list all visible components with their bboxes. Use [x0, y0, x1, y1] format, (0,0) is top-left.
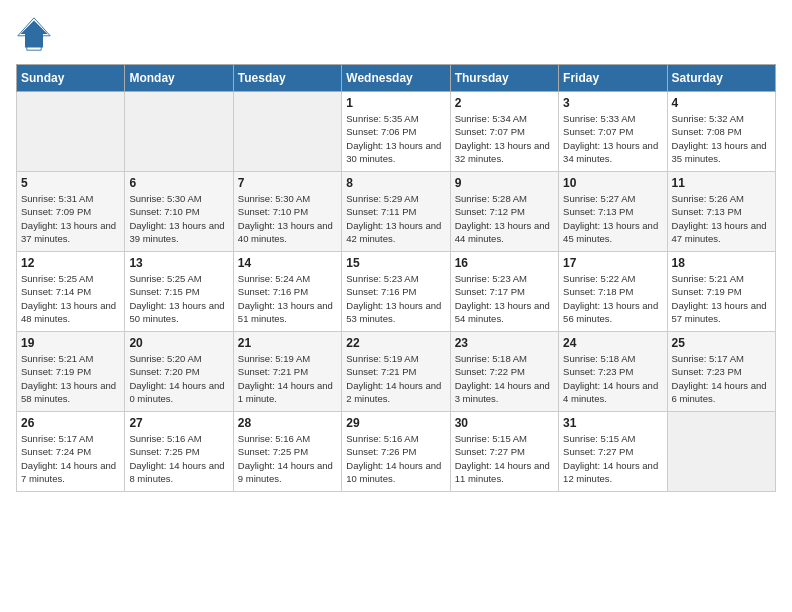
- calendar-cell: 20Sunrise: 5:20 AM Sunset: 7:20 PM Dayli…: [125, 332, 233, 412]
- day-number: 29: [346, 416, 445, 430]
- page-container: SundayMondayTuesdayWednesdayThursdayFrid…: [0, 0, 792, 502]
- calendar-cell: [17, 92, 125, 172]
- day-number: 11: [672, 176, 771, 190]
- day-number: 26: [21, 416, 120, 430]
- calendar-cell: 6Sunrise: 5:30 AM Sunset: 7:10 PM Daylig…: [125, 172, 233, 252]
- day-number: 30: [455, 416, 554, 430]
- day-number: 18: [672, 256, 771, 270]
- calendar-cell: 5Sunrise: 5:31 AM Sunset: 7:09 PM Daylig…: [17, 172, 125, 252]
- day-info: Sunrise: 5:15 AM Sunset: 7:27 PM Dayligh…: [455, 432, 554, 485]
- logo: [16, 16, 58, 52]
- calendar-cell: 2Sunrise: 5:34 AM Sunset: 7:07 PM Daylig…: [450, 92, 558, 172]
- day-number: 1: [346, 96, 445, 110]
- day-info: Sunrise: 5:17 AM Sunset: 7:24 PM Dayligh…: [21, 432, 120, 485]
- day-number: 19: [21, 336, 120, 350]
- day-info: Sunrise: 5:32 AM Sunset: 7:08 PM Dayligh…: [672, 112, 771, 165]
- calendar-cell: 17Sunrise: 5:22 AM Sunset: 7:18 PM Dayli…: [559, 252, 667, 332]
- calendar-cell: 19Sunrise: 5:21 AM Sunset: 7:19 PM Dayli…: [17, 332, 125, 412]
- day-number: 20: [129, 336, 228, 350]
- day-number: 8: [346, 176, 445, 190]
- calendar-cell: 14Sunrise: 5:24 AM Sunset: 7:16 PM Dayli…: [233, 252, 341, 332]
- day-info: Sunrise: 5:27 AM Sunset: 7:13 PM Dayligh…: [563, 192, 662, 245]
- logo-icon: [16, 16, 52, 52]
- calendar-cell: 21Sunrise: 5:19 AM Sunset: 7:21 PM Dayli…: [233, 332, 341, 412]
- calendar-cell: 12Sunrise: 5:25 AM Sunset: 7:14 PM Dayli…: [17, 252, 125, 332]
- calendar-cell: [667, 412, 775, 492]
- calendar-table: SundayMondayTuesdayWednesdayThursdayFrid…: [16, 64, 776, 492]
- day-info: Sunrise: 5:33 AM Sunset: 7:07 PM Dayligh…: [563, 112, 662, 165]
- day-info: Sunrise: 5:19 AM Sunset: 7:21 PM Dayligh…: [238, 352, 337, 405]
- calendar-week-row: 26Sunrise: 5:17 AM Sunset: 7:24 PM Dayli…: [17, 412, 776, 492]
- calendar-week-row: 1Sunrise: 5:35 AM Sunset: 7:06 PM Daylig…: [17, 92, 776, 172]
- day-number: 14: [238, 256, 337, 270]
- day-info: Sunrise: 5:25 AM Sunset: 7:15 PM Dayligh…: [129, 272, 228, 325]
- day-number: 10: [563, 176, 662, 190]
- day-number: 17: [563, 256, 662, 270]
- day-number: 27: [129, 416, 228, 430]
- day-info: Sunrise: 5:24 AM Sunset: 7:16 PM Dayligh…: [238, 272, 337, 325]
- day-info: Sunrise: 5:15 AM Sunset: 7:27 PM Dayligh…: [563, 432, 662, 485]
- day-info: Sunrise: 5:18 AM Sunset: 7:23 PM Dayligh…: [563, 352, 662, 405]
- day-info: Sunrise: 5:21 AM Sunset: 7:19 PM Dayligh…: [672, 272, 771, 325]
- calendar-cell: 22Sunrise: 5:19 AM Sunset: 7:21 PM Dayli…: [342, 332, 450, 412]
- day-number: 15: [346, 256, 445, 270]
- calendar-cell: 25Sunrise: 5:17 AM Sunset: 7:23 PM Dayli…: [667, 332, 775, 412]
- day-number: 25: [672, 336, 771, 350]
- calendar-cell: [125, 92, 233, 172]
- calendar-cell: 3Sunrise: 5:33 AM Sunset: 7:07 PM Daylig…: [559, 92, 667, 172]
- day-info: Sunrise: 5:18 AM Sunset: 7:22 PM Dayligh…: [455, 352, 554, 405]
- day-info: Sunrise: 5:28 AM Sunset: 7:12 PM Dayligh…: [455, 192, 554, 245]
- calendar-cell: 15Sunrise: 5:23 AM Sunset: 7:16 PM Dayli…: [342, 252, 450, 332]
- day-info: Sunrise: 5:35 AM Sunset: 7:06 PM Dayligh…: [346, 112, 445, 165]
- day-info: Sunrise: 5:17 AM Sunset: 7:23 PM Dayligh…: [672, 352, 771, 405]
- day-info: Sunrise: 5:26 AM Sunset: 7:13 PM Dayligh…: [672, 192, 771, 245]
- day-info: Sunrise: 5:25 AM Sunset: 7:14 PM Dayligh…: [21, 272, 120, 325]
- day-header-saturday: Saturday: [667, 65, 775, 92]
- day-info: Sunrise: 5:29 AM Sunset: 7:11 PM Dayligh…: [346, 192, 445, 245]
- day-info: Sunrise: 5:30 AM Sunset: 7:10 PM Dayligh…: [238, 192, 337, 245]
- calendar-cell: 1Sunrise: 5:35 AM Sunset: 7:06 PM Daylig…: [342, 92, 450, 172]
- day-number: 21: [238, 336, 337, 350]
- day-info: Sunrise: 5:34 AM Sunset: 7:07 PM Dayligh…: [455, 112, 554, 165]
- calendar-cell: 27Sunrise: 5:16 AM Sunset: 7:25 PM Dayli…: [125, 412, 233, 492]
- calendar-cell: 23Sunrise: 5:18 AM Sunset: 7:22 PM Dayli…: [450, 332, 558, 412]
- calendar-cell: 9Sunrise: 5:28 AM Sunset: 7:12 PM Daylig…: [450, 172, 558, 252]
- day-header-monday: Monday: [125, 65, 233, 92]
- day-number: 13: [129, 256, 228, 270]
- day-info: Sunrise: 5:23 AM Sunset: 7:17 PM Dayligh…: [455, 272, 554, 325]
- calendar-cell: 29Sunrise: 5:16 AM Sunset: 7:26 PM Dayli…: [342, 412, 450, 492]
- calendar-cell: 7Sunrise: 5:30 AM Sunset: 7:10 PM Daylig…: [233, 172, 341, 252]
- day-header-thursday: Thursday: [450, 65, 558, 92]
- day-header-sunday: Sunday: [17, 65, 125, 92]
- calendar-week-row: 19Sunrise: 5:21 AM Sunset: 7:19 PM Dayli…: [17, 332, 776, 412]
- day-number: 22: [346, 336, 445, 350]
- day-info: Sunrise: 5:16 AM Sunset: 7:25 PM Dayligh…: [129, 432, 228, 485]
- day-info: Sunrise: 5:21 AM Sunset: 7:19 PM Dayligh…: [21, 352, 120, 405]
- calendar-body: 1Sunrise: 5:35 AM Sunset: 7:06 PM Daylig…: [17, 92, 776, 492]
- day-number: 24: [563, 336, 662, 350]
- day-header-wednesday: Wednesday: [342, 65, 450, 92]
- day-number: 6: [129, 176, 228, 190]
- day-info: Sunrise: 5:22 AM Sunset: 7:18 PM Dayligh…: [563, 272, 662, 325]
- calendar-header-row: SundayMondayTuesdayWednesdayThursdayFrid…: [17, 65, 776, 92]
- calendar-week-row: 5Sunrise: 5:31 AM Sunset: 7:09 PM Daylig…: [17, 172, 776, 252]
- calendar-cell: 11Sunrise: 5:26 AM Sunset: 7:13 PM Dayli…: [667, 172, 775, 252]
- calendar-cell: 28Sunrise: 5:16 AM Sunset: 7:25 PM Dayli…: [233, 412, 341, 492]
- day-number: 9: [455, 176, 554, 190]
- calendar-cell: 16Sunrise: 5:23 AM Sunset: 7:17 PM Dayli…: [450, 252, 558, 332]
- day-number: 3: [563, 96, 662, 110]
- day-number: 5: [21, 176, 120, 190]
- calendar-cell: 4Sunrise: 5:32 AM Sunset: 7:08 PM Daylig…: [667, 92, 775, 172]
- day-info: Sunrise: 5:16 AM Sunset: 7:25 PM Dayligh…: [238, 432, 337, 485]
- day-number: 4: [672, 96, 771, 110]
- day-header-friday: Friday: [559, 65, 667, 92]
- calendar-cell: 13Sunrise: 5:25 AM Sunset: 7:15 PM Dayli…: [125, 252, 233, 332]
- day-number: 12: [21, 256, 120, 270]
- day-number: 7: [238, 176, 337, 190]
- header: [16, 16, 776, 52]
- calendar-cell: 8Sunrise: 5:29 AM Sunset: 7:11 PM Daylig…: [342, 172, 450, 252]
- day-info: Sunrise: 5:19 AM Sunset: 7:21 PM Dayligh…: [346, 352, 445, 405]
- calendar-week-row: 12Sunrise: 5:25 AM Sunset: 7:14 PM Dayli…: [17, 252, 776, 332]
- day-info: Sunrise: 5:30 AM Sunset: 7:10 PM Dayligh…: [129, 192, 228, 245]
- day-info: Sunrise: 5:16 AM Sunset: 7:26 PM Dayligh…: [346, 432, 445, 485]
